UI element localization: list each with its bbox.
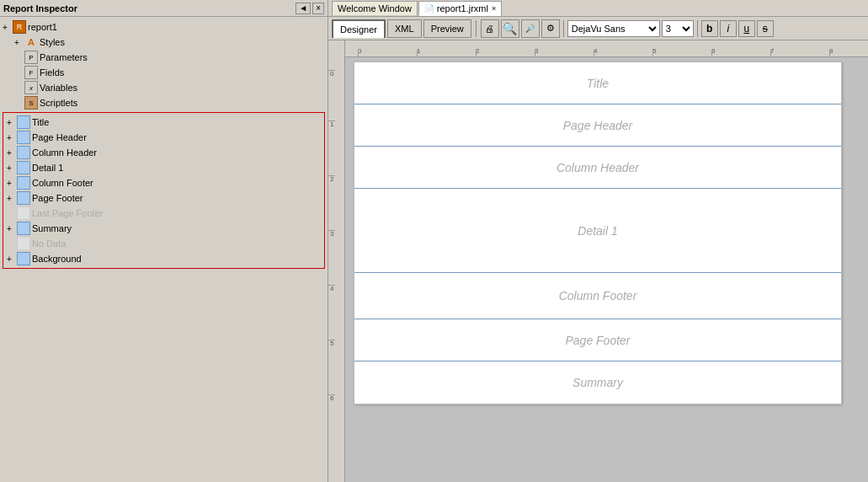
report-section-column-header[interactable]: Column Header [354, 147, 841, 189]
tree-parameters[interactable]: P Parameters [14, 50, 325, 65]
section-background-label: Background [32, 254, 82, 264]
report-section-column-footer[interactable]: Column Footer [354, 273, 841, 319]
inspector-collapse-btn[interactable]: ◄ [296, 3, 311, 14]
size-select[interactable]: 3 [662, 20, 694, 37]
designer-scroll[interactable]: 0 1 2 3 4 5 6 [328, 57, 868, 482]
report-section-detail1-label: Detail 1 [578, 224, 617, 238]
section-page-footer-label: Page Footer [32, 193, 83, 203]
h-ruler-row: 0 1 2 3 4 5 [328, 40, 868, 57]
section-page-header-label: Page Header [32, 132, 87, 142]
print-btn[interactable]: 🖨 [481, 19, 499, 38]
toolbar-separator-3 [697, 20, 698, 37]
tree-root[interactable]: + R report1 [3, 19, 325, 35]
section-page-header[interactable]: + Page Header [5, 130, 322, 145]
section-no-data-label: No Data [32, 238, 66, 249]
report-section-column-header-label: Column Header [556, 161, 639, 174]
report-section-summary-label: Summary [572, 376, 623, 389]
column-header-icon [17, 146, 30, 159]
report-section-page-footer[interactable]: Page Footer [354, 319, 841, 362]
tab-report1-close[interactable]: × [492, 4, 496, 13]
format-italic-btn[interactable]: i [720, 20, 737, 37]
no-data-icon [17, 237, 30, 250]
report-section-title-label: Title [587, 77, 609, 90]
tab-report1[interactable]: 📄 report1.jrxml × [418, 1, 502, 16]
report-section-page-footer-label: Page Footer [565, 334, 630, 347]
tree-fields[interactable]: F Fields [14, 65, 325, 80]
report-page: Title Page Header Column Header [354, 62, 842, 404]
column-footer-toggle[interactable]: + [7, 179, 17, 188]
background-toggle[interactable]: + [7, 254, 17, 264]
background-icon [17, 252, 30, 265]
scriptlets-label: Scriptlets [40, 98, 77, 108]
styles-label: Styles [40, 37, 65, 47]
styles-icon: A [24, 35, 38, 49]
summary-icon [17, 222, 30, 235]
title-icon [17, 115, 30, 129]
toolbar-separator-1 [476, 20, 477, 37]
report-section-column-footer-label: Column Footer [559, 289, 637, 303]
section-title[interactable]: + Title [5, 115, 322, 130]
ruler-corner [328, 40, 345, 57]
inspector-close-btn[interactable]: × [312, 3, 324, 14]
fields-icon: F [24, 66, 38, 79]
detail1-icon [17, 161, 30, 174]
root-label: report1 [28, 22, 57, 32]
report-section-page-header[interactable]: Page Header [354, 104, 841, 147]
section-no-data: No Data [5, 236, 322, 251]
report-section-summary[interactable]: Summary [354, 362, 841, 404]
styles-toggle[interactable]: + [14, 38, 24, 47]
report-section-title[interactable]: Title [354, 62, 841, 104]
format-bold-btn[interactable]: b [701, 20, 718, 37]
section-summary[interactable]: + Summary [5, 221, 322, 236]
section-background[interactable]: + Background [5, 251, 322, 266]
report-section-page-header-label: Page Header [563, 119, 633, 132]
tab-report1-label: report1.jrxml [437, 3, 488, 13]
tab-preview[interactable]: Preview [423, 19, 471, 38]
report-section-detail1[interactable]: Detail 1 [354, 189, 841, 273]
tab-designer[interactable]: Designer [332, 19, 386, 38]
scriptlets-icon: S [24, 96, 38, 110]
section-column-footer-label: Column Footer [32, 178, 93, 188]
section-column-header-label: Column Header [32, 147, 97, 158]
section-column-footer[interactable]: + Column Footer [5, 175, 322, 190]
font-select[interactable]: DejaVu Sans [567, 20, 660, 37]
section-last-page-footer: Last Page Footer [5, 206, 322, 221]
root-toggle[interactable]: + [3, 23, 13, 32]
fields-label: Fields [40, 67, 64, 78]
page-header-toggle[interactable]: + [7, 133, 17, 142]
tree-scriptlets[interactable]: S Scriptlets [14, 95, 325, 110]
parameters-icon: P [24, 51, 38, 64]
zoom-in-btn[interactable]: 🔍 [501, 19, 519, 38]
column-header-toggle[interactable]: + [7, 148, 17, 158]
tab-welcome[interactable]: Welcome Window [332, 1, 418, 16]
title-toggle[interactable]: + [7, 118, 17, 127]
variables-icon: x [24, 81, 38, 94]
format-strikethrough-btn[interactable]: s [757, 20, 774, 37]
parameters-label: Parameters [40, 52, 88, 62]
column-footer-icon [17, 176, 30, 190]
section-title-label: Title [32, 117, 49, 127]
format-underline-btn[interactable]: u [738, 20, 755, 37]
section-page-footer[interactable]: + Page Footer [5, 190, 322, 206]
properties-btn[interactable]: ⚙ [541, 19, 560, 38]
h-ruler: 0 1 2 3 4 5 [345, 40, 868, 56]
detail1-toggle[interactable]: + [7, 163, 17, 173]
tree-variables[interactable]: x Variables [14, 80, 325, 95]
v-ruler: 0 1 2 3 4 5 6 [328, 57, 345, 482]
tab-xml[interactable]: XML [387, 19, 422, 38]
section-detail1[interactable]: + Detail 1 [5, 160, 322, 175]
toolbar: Designer XML Preview 🖨 🔍 🔎 ⚙ DejaVu Sans… [328, 17, 868, 40]
section-column-header[interactable]: + Column Header [5, 145, 322, 160]
canvas-area: Title Page Header Column Header [345, 57, 868, 482]
page-header-icon [17, 131, 30, 144]
section-summary-label: Summary [32, 223, 72, 233]
section-detail1-label: Detail 1 [32, 163, 63, 173]
page-footer-toggle[interactable]: + [7, 194, 17, 203]
tree-styles[interactable]: + A Styles [14, 35, 325, 50]
toolbar-separator-2 [563, 20, 564, 37]
last-page-footer-icon [17, 206, 30, 220]
summary-toggle[interactable]: + [7, 224, 17, 233]
tab-welcome-label: Welcome Window [338, 3, 412, 13]
page-footer-icon [17, 191, 30, 205]
zoom-out-btn[interactable]: 🔎 [521, 19, 540, 38]
